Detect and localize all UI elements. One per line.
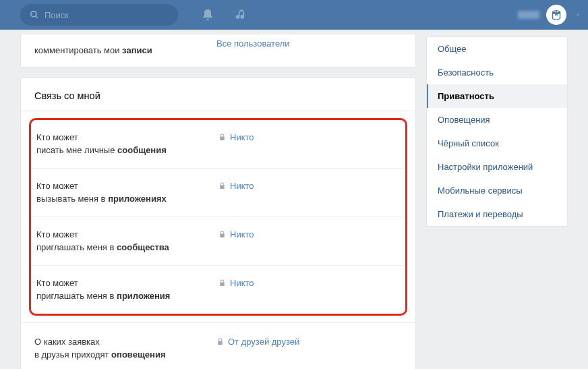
- setting-label: Кто может вызывать меня в приложениях: [36, 179, 218, 206]
- chevron-down-icon: [575, 10, 581, 20]
- setting-label: О каких заявках в друзья приходят оповещ…: [34, 335, 216, 362]
- sidebar-item-payments[interactable]: Платежи и переводы: [427, 202, 567, 226]
- search-placeholder: Поиск: [45, 10, 69, 20]
- user-name: [518, 11, 539, 19]
- lock-icon: [218, 279, 226, 287]
- setting-row-comments: комментировать мои записи Все пользовате…: [21, 34, 415, 67]
- sidebar-item-mobile[interactable]: Мобильные сервисы: [427, 179, 567, 202]
- lock-icon: [218, 181, 226, 190]
- top-card: комментировать мои записи Все пользовате…: [20, 34, 416, 67]
- search-input[interactable]: Поиск: [20, 4, 178, 26]
- main-content: комментировать мои записи Все пользовате…: [20, 36, 416, 369]
- sidebar-item-app-settings[interactable]: Настройки приложений: [427, 155, 567, 179]
- section-title: Связь со мной: [21, 78, 415, 111]
- setting-label: Кто может писать мне личные сообщения: [36, 131, 218, 157]
- setting-row-friend-requests: О каких заявках в друзья приходят оповещ…: [21, 322, 415, 370]
- side-menu: Общее Безопасность Приватность Оповещени…: [426, 36, 568, 227]
- sidebar-item-privacy[interactable]: Приватность: [427, 84, 567, 108]
- sidebar-item-security[interactable]: Безопасность: [427, 61, 567, 84]
- sidebar-item-general[interactable]: Общее: [427, 37, 567, 61]
- setting-row-communities: Кто может приглашать меня в сообщества Н…: [31, 217, 405, 265]
- setting-value[interactable]: Все пользователи: [216, 37, 290, 57]
- header: Поиск: [0, 0, 588, 30]
- setting-value[interactable]: Никто: [218, 179, 254, 206]
- setting-value[interactable]: Никто: [218, 228, 254, 254]
- setting-row-apps-invite: Кто может приглашать меня в приложения Н…: [31, 265, 405, 314]
- setting-label: комментировать мои записи: [34, 44, 216, 57]
- avatar: [546, 5, 566, 25]
- header-user[interactable]: [518, 5, 581, 25]
- setting-value[interactable]: Никто: [218, 131, 254, 157]
- svg-point-0: [31, 11, 36, 17]
- header-icons: [201, 8, 248, 22]
- search-icon: [30, 10, 39, 20]
- music-icon[interactable]: [235, 8, 248, 22]
- highlighted-settings: Кто может писать мне личные сообщения Ни…: [29, 118, 407, 316]
- sidebar: Общее Безопасность Приватность Оповещени…: [426, 36, 568, 227]
- setting-label: Кто может приглашать меня в сообщества: [36, 228, 218, 254]
- sidebar-item-blacklist[interactable]: Чёрный список: [427, 132, 567, 155]
- notifications-icon[interactable]: [201, 8, 214, 22]
- setting-value[interactable]: От друзей друзей: [216, 335, 299, 362]
- setting-value[interactable]: Никто: [218, 277, 254, 303]
- contact-card: Связь со мной Кто может писать мне личны…: [20, 78, 416, 370]
- setting-label: Кто может приглашать меня в приложения: [36, 277, 218, 303]
- lock-icon: [218, 230, 226, 239]
- sidebar-item-notifications[interactable]: Оповещения: [427, 108, 567, 132]
- lock-icon: [218, 133, 226, 142]
- setting-row-messages: Кто может писать мне личные сообщения Ни…: [31, 120, 405, 168]
- svg-line-1: [36, 16, 38, 18]
- setting-row-apps-call: Кто может вызывать меня в приложениях Ни…: [31, 168, 405, 217]
- lock-icon: [216, 337, 224, 346]
